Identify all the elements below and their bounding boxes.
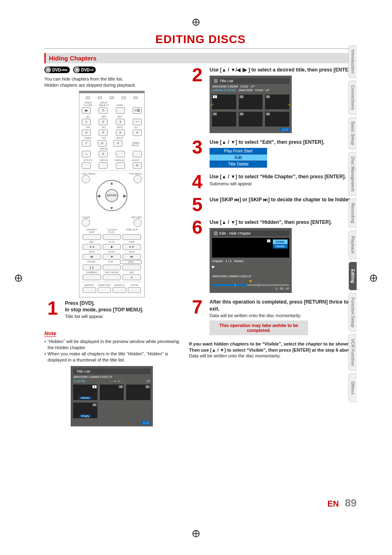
disc-menu-button[interactable]	[82, 175, 90, 183]
tab-recording[interactable]: Recording	[348, 198, 357, 228]
setup-button[interactable]	[99, 162, 108, 169]
rec-mode-button[interactable]	[103, 274, 121, 280]
tab-disc-management[interactable]: Disc Management	[348, 152, 357, 196]
keypad-0[interactable]: 0	[99, 151, 108, 157]
menu-index: 1	[267, 240, 270, 242]
skip-back-button[interactable]: ⏮	[83, 254, 101, 260]
remote-top-indicators	[82, 97, 142, 99]
osd-icon	[214, 79, 218, 83]
search-button[interactable]	[113, 287, 126, 293]
down-arrow-icon[interactable]: ▼	[110, 206, 114, 210]
thumb-num: 4	[92, 403, 97, 406]
pause-button[interactable]: ❙❙	[83, 265, 101, 270]
tab-function-setup[interactable]: Function Setup	[348, 293, 357, 332]
ch-down-button[interactable]: ∨	[133, 129, 142, 136]
keypad-9[interactable]: 9	[113, 140, 122, 147]
osd-date-dash: - - -/- -/- -	[110, 379, 122, 383]
down-arrow-icon: ▼	[212, 279, 289, 283]
osd-meta: LP	[251, 85, 254, 88]
dtv-tv-button[interactable]	[82, 162, 91, 169]
speed-play-button[interactable]	[103, 234, 121, 240]
osd-title: Edit - Hide Chapter	[219, 231, 251, 235]
keypad-7[interactable]: 7	[82, 140, 91, 147]
thumbnail: 5	[239, 112, 263, 127]
keypad-1[interactable]: 1	[82, 119, 91, 125]
display-button[interactable]	[116, 162, 125, 169]
dubbing-button[interactable]	[83, 274, 101, 280]
hdmi-button[interactable]	[116, 107, 125, 114]
timer-prog-button[interactable]	[133, 151, 142, 157]
intro-line: Hidden chapters are skipped during playb…	[44, 82, 179, 88]
osd-pager: 1 / 1	[141, 421, 150, 425]
remote-label: ABC	[98, 115, 110, 118]
up-arrow-icon[interactable]: ▲	[110, 181, 114, 185]
step-3: 3 Use [▲ / ▼] to select “Edit”, then pre…	[189, 139, 357, 168]
remote-label: SKIP	[82, 251, 102, 253]
tab-connections[interactable]: Connections	[348, 81, 357, 115]
thumbnail: 3	[126, 385, 150, 400]
thumbnail-empty	[126, 403, 150, 418]
instant-skip-button[interactable]	[83, 234, 101, 240]
skip-fwd-button[interactable]: ⏭	[122, 254, 141, 260]
remote-label: REC MODE	[102, 271, 122, 274]
ch-up-button[interactable]: 〜	[133, 119, 142, 125]
title-list-osd-note: Title List JAN/15/09 1:00AM CH10 LP (2:0…	[71, 366, 153, 426]
keypad-2[interactable]: 2	[99, 119, 108, 125]
left-arrow-icon[interactable]: ◀	[97, 193, 100, 198]
power-button[interactable]: I/⏻	[133, 107, 142, 114]
dpad: ▲ ▼ ◀ ▶ ENTER	[93, 177, 131, 214]
step-subtext: Data will be written onto the disc momen…	[210, 313, 357, 318]
enter-button[interactable]: ENTER	[105, 189, 118, 202]
thumb-num: 3	[266, 95, 270, 98]
zoom-button[interactable]	[128, 287, 141, 293]
step-number: 5	[189, 196, 205, 213]
right-arrow-icon: ⇨	[288, 102, 291, 107]
keypad-3[interactable]: 3	[116, 119, 125, 125]
menu-item: Play From Start	[210, 148, 267, 154]
audio-button[interactable]: ◎	[133, 162, 142, 169]
step-headline: Use [SKIP ⏮] or [SKIP ⏭] to decide the c…	[210, 196, 357, 203]
step-subtext: Submenu will appear.	[210, 181, 357, 186]
step-6: 6 Use [▲ / ▼] to select “Hidden”, then p…	[189, 219, 357, 293]
blank-button[interactable]	[116, 151, 125, 157]
vcr-button[interactable]	[103, 265, 121, 270]
top-menu-button[interactable]	[134, 175, 142, 183]
timer-set-button[interactable]	[98, 287, 111, 293]
osd-pager: 1 / 2	[280, 128, 289, 131]
tab-introduction[interactable]: Introduction	[348, 45, 357, 78]
registration-mark-icon: ⨁	[192, 17, 200, 26]
fwd-button[interactable]: ►►	[122, 244, 141, 250]
play-button[interactable]: ▶	[103, 244, 121, 250]
remote-label: REPEAT	[82, 284, 97, 286]
osd-title: Title List	[76, 369, 90, 373]
keypad-4[interactable]: 4	[82, 129, 91, 136]
stop-button[interactable]: ■	[103, 254, 121, 260]
clear-button[interactable]	[82, 219, 90, 227]
keypad-8[interactable]: 8	[98, 140, 107, 147]
eject-button[interactable]: ⏏	[82, 107, 91, 114]
thumb-num: 2	[240, 95, 244, 98]
time-slip-button[interactable]	[122, 234, 141, 240]
dvd-button[interactable]	[122, 265, 141, 270]
osd-meta: CH10	[255, 88, 263, 92]
note-block: Note • “Hidden” will be displayed in the…	[44, 329, 179, 426]
input-select-button[interactable]: ⊙	[99, 107, 108, 114]
return-button[interactable]	[134, 219, 142, 227]
tab-basic-setup[interactable]: Basic Setup	[348, 117, 357, 150]
rev-button[interactable]: ◄◄	[83, 244, 101, 250]
dash-button[interactable]: —	[82, 151, 91, 157]
tab-vcr-function[interactable]: VCR Function	[348, 334, 357, 371]
thumbnail: 4 Empty	[73, 403, 97, 418]
tab-others[interactable]: Others	[348, 373, 357, 402]
remote-label: HDMI	[113, 104, 126, 106]
keypad-6[interactable]: 6	[116, 129, 125, 136]
thumb-num: 2	[119, 385, 123, 388]
repeat-button[interactable]	[83, 287, 96, 293]
tab-playback[interactable]: Playback	[348, 230, 357, 259]
tab-editing[interactable]: Editing	[348, 262, 357, 290]
keypad-5[interactable]: 5	[99, 129, 108, 136]
dvd-mode-label: DVD	[120, 260, 142, 264]
remote-label: SKIP	[122, 251, 142, 253]
right-arrow-icon[interactable]: ▶	[123, 193, 127, 198]
rec-button[interactable]: ●	[122, 274, 141, 280]
